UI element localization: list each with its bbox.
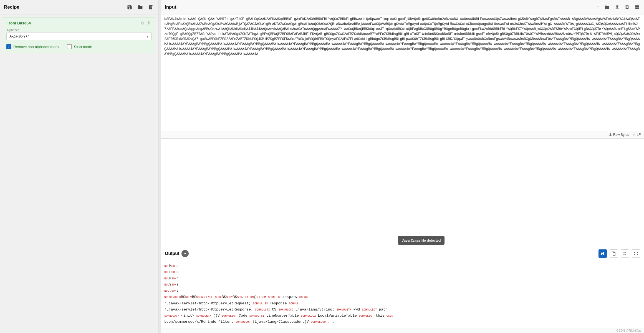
output-section: Output ✦ xyxy=(161,247,644,333)
char-t: t xyxy=(176,288,179,294)
output-line-4: NUL 9 SOH s xyxy=(164,282,641,288)
svg-rect-2 xyxy=(635,7,637,9)
input-text-area[interactable]: K8EANJkAciorwAA0tQACKrQAArYAMRI+tgA/Ti0E… xyxy=(161,14,644,131)
right-panel: Input + K8EANJkAciorwAA0tQACKrQAArYAMRI+… xyxy=(161,0,644,333)
tooltip-text: file detected xyxy=(421,238,441,242)
char-s: s xyxy=(176,282,179,288)
ctrl-soh-3: SOH xyxy=(171,270,176,275)
import-input-button[interactable] xyxy=(614,4,620,10)
ctrl-nul-4: NUL xyxy=(164,289,169,293)
output-icons xyxy=(598,249,640,258)
output-line-1: NUL M SOH p xyxy=(164,263,641,269)
op-card-controls: ⊘ ⏸ xyxy=(141,20,151,26)
char-M-1: M xyxy=(169,263,171,269)
remove-checkbox-box: ✓ xyxy=(6,44,11,49)
checkboxes-row: ✓ Remove non-alphabet chars Strict mode xyxy=(6,44,151,49)
fullscreen-output-button[interactable] xyxy=(632,249,640,258)
remove-non-alphabet-checkbox[interactable]: ✓ Remove non-alphabet chars xyxy=(6,44,59,49)
ctrl-nul-3: NUL xyxy=(164,282,169,287)
tooltip-highlight: Java Class xyxy=(402,238,420,242)
pause-op-icon[interactable]: ⏸ xyxy=(147,21,151,26)
char-q: q xyxy=(176,269,179,275)
output-line-3: NUL M SOH r xyxy=(164,276,641,282)
recipe-body: From Base64 ⊘ ⏸ Alphabet A-Za-z0-9+/= ✓ xyxy=(0,14,158,333)
input-output-divider[interactable] xyxy=(161,138,644,139)
op-card-from-base64: From Base64 ⊘ ⏸ Alphabet A-Za-z0-9+/= ✓ xyxy=(3,17,155,53)
recipe-header: Recipe xyxy=(0,0,158,14)
magic-wand-button[interactable]: ✦ xyxy=(181,250,189,257)
svg-rect-3 xyxy=(637,7,639,9)
strict-checkbox-box xyxy=(67,44,72,49)
output-java-line3: SOHNULACK <init> SOHNULETX ()V SOHNULEOT… xyxy=(164,313,641,319)
output-java-line4: Lcom/summersec/x/RehinderFilter; SOHNULC… xyxy=(164,319,641,325)
output-line-5: NUL ; SOH t xyxy=(164,288,641,294)
output-line-2: SOH e SOH q xyxy=(164,269,641,275)
lf-arrow-icon: ↵ xyxy=(632,132,636,137)
input-title: Input xyxy=(165,4,176,10)
output-header: Output ✦ xyxy=(161,247,644,260)
raw-bytes-button[interactable]: Raw Bytes xyxy=(609,133,629,137)
alphabet-label: Alphabet xyxy=(6,28,151,32)
recipe-title: Recipe xyxy=(4,4,19,10)
alphabet-field: Alphabet A-Za-z0-9+/= xyxy=(6,28,151,40)
recipe-icons xyxy=(126,4,154,11)
output-java-line1: 'Ljavax/servlet/http/HttpServletRequest;… xyxy=(164,301,641,307)
open-recipe-button[interactable] xyxy=(137,4,143,11)
ctrl-nul-2: NUL xyxy=(164,276,169,281)
clear-input-button[interactable] xyxy=(624,4,630,10)
output-title-row: Output ✦ xyxy=(165,250,189,257)
alphabet-select[interactable]: A-Za-z0-9+/= xyxy=(6,32,151,40)
svg-rect-0 xyxy=(635,5,637,7)
output-java-line2: (Ljavax/servlet/http/HttpServletResponse… xyxy=(164,307,641,313)
op-card-header: From Base64 ⊘ ⏸ xyxy=(6,20,151,26)
open-input-button[interactable] xyxy=(604,4,610,10)
save-output-button[interactable] xyxy=(598,249,607,258)
ctrl-soh-4: SOH xyxy=(171,276,176,281)
input-header: Input + xyxy=(161,0,644,14)
layout-input-button[interactable] xyxy=(634,4,640,10)
ctrl-nul-1: NUL xyxy=(164,264,169,269)
char-semi: ; xyxy=(169,288,171,294)
ctrl-soh-2: SOH xyxy=(164,270,169,275)
ctrl-soh-6: SOH xyxy=(171,289,176,293)
svg-rect-1 xyxy=(637,5,639,7)
char-r: r xyxy=(176,276,179,282)
left-panel: Recipe From Base64 ⊘ ⏸ xyxy=(0,0,158,333)
wand-icon: ✦ xyxy=(184,251,187,256)
output-title: Output xyxy=(165,251,179,256)
expand-output-button[interactable] xyxy=(621,249,629,258)
input-text-content: K8EANJkAciorwAA0tQACKrQAArYAMRI+tgA/Ti0E… xyxy=(164,17,640,56)
strict-label: Strict mode xyxy=(74,45,92,49)
alphabet-value: A-Za-z0-9+/= xyxy=(9,34,31,38)
copy-output-button[interactable] xyxy=(610,249,618,258)
bottom-bar-text: CSDN @RightXus xyxy=(616,329,641,332)
char-e: e xyxy=(169,269,171,275)
input-icons: + xyxy=(596,3,640,11)
check-icon: ✓ xyxy=(7,45,10,48)
output-content-area: NUL M SOH p SOH e SOH q NUL M SOH r NUL xyxy=(161,260,644,328)
bottom-bar: CSDN @RightXus xyxy=(161,328,644,333)
add-input-button[interactable]: + xyxy=(596,3,600,11)
char-9: 9 xyxy=(169,282,171,288)
lf-label: LF xyxy=(637,133,641,137)
delete-recipe-button[interactable] xyxy=(147,4,154,11)
op-card-title: From Base64 xyxy=(6,21,31,25)
ctrl-soh-5: SOH xyxy=(171,282,176,287)
char-M-2: M xyxy=(169,276,171,282)
save-recipe-button[interactable] xyxy=(126,4,133,11)
raw-bytes-label: Raw Bytes xyxy=(613,133,629,137)
strict-mode-checkbox[interactable]: Strict mode xyxy=(67,44,92,49)
remove-label: Remove non-alphabet chars xyxy=(13,45,59,49)
ctrl-soh-1: SOH xyxy=(171,264,176,269)
ctrl-nulsynsoh: NULSYNSOHU xyxy=(164,295,181,300)
panel-divider[interactable] xyxy=(158,0,161,333)
disable-op-icon[interactable]: ⊘ xyxy=(141,20,144,26)
lf-button[interactable]: ↵ LF xyxy=(632,132,641,137)
file-detected-tooltip: Java Class file detected xyxy=(398,236,445,245)
output-long-line: NULSYNSOHU BS SOHV BS SOHWBELNUL □ SOHX … xyxy=(164,294,641,301)
char-p: p xyxy=(176,263,179,269)
